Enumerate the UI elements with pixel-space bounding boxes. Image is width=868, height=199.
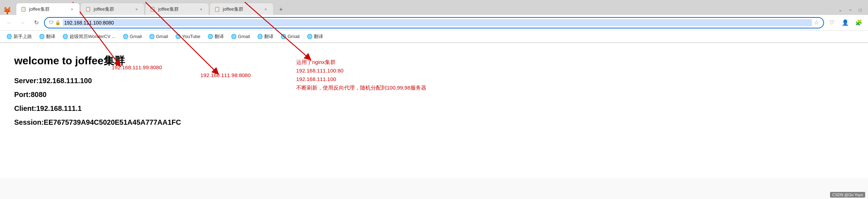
bookmark-youtube[interactable]: 🌐 YouTube bbox=[172, 32, 203, 41]
bookmark-label-7: Gmail bbox=[238, 34, 250, 39]
tab-2[interactable]: 📋 joffee集群 × bbox=[81, 3, 144, 15]
tab-title-2: joffee集群 bbox=[94, 6, 131, 12]
annotation-3: 运用了nginx集群 192.168.111.100:80 192.168.11… bbox=[296, 58, 426, 92]
annotation-2: 192.168.111.98:8080 bbox=[200, 72, 251, 78]
firefox-icon: 🦊 bbox=[3, 6, 12, 15]
tab-favicon-3: 📋 bbox=[150, 6, 155, 12]
page-line-server: Server:192.168.111.100 bbox=[14, 77, 854, 85]
tab-title-4: joffee集群 bbox=[223, 6, 260, 12]
bookmark-label-1: 翻译 bbox=[46, 33, 55, 40]
bookmark-globe-icon-7: 🌐 bbox=[231, 34, 237, 39]
bookmark-fanyi-3[interactable]: 🌐 翻译 bbox=[254, 32, 276, 41]
address-input[interactable] bbox=[63, 19, 812, 26]
bookmark-globe-icon-4: 🌐 bbox=[149, 34, 155, 39]
tab-close-2[interactable]: × bbox=[133, 6, 140, 12]
address-bar-container: 🛡 🔒 ☆ bbox=[44, 17, 824, 28]
tab-favicon-1: 📋 bbox=[21, 6, 26, 12]
bookmark-globe-icon-8: 🌐 bbox=[257, 34, 263, 39]
shield-icon: 🛡 bbox=[49, 20, 54, 25]
bookmark-xinshoushanlu[interactable]: 🌐 新手上路 bbox=[4, 32, 35, 41]
browser-chrome: 🦊 📋 joffee集群 × 📋 joffee集群 × 📋 joffee集群 ×… bbox=[0, 0, 868, 43]
bookmark-globe-icon-2: 🌐 bbox=[62, 34, 68, 39]
page-content: welcome to joffee集群 192.168.111.99:8080 … bbox=[0, 43, 868, 178]
bookmark-globe-icon-9: 🌐 bbox=[281, 34, 286, 39]
bookmark-globe-icon-5: 🌐 bbox=[175, 34, 181, 39]
bookmark-label-4: Gmail bbox=[156, 34, 168, 39]
pocket-icon[interactable]: ♡ bbox=[826, 17, 837, 28]
bookmark-star-icon[interactable]: ☆ bbox=[814, 19, 819, 26]
bookmark-fanyi-2[interactable]: 🌐 翻译 bbox=[205, 32, 227, 41]
tab-1[interactable]: 📋 joffee集群 × bbox=[16, 3, 80, 15]
bookmark-globe-icon-10: 🌐 bbox=[307, 34, 313, 39]
forward-button[interactable]: → bbox=[17, 17, 28, 28]
tab-close-4[interactable]: × bbox=[262, 6, 269, 12]
maximize-button[interactable]: □ bbox=[855, 5, 865, 15]
bookmarks-bar: 🌐 新手上路 🌐 翻译 🌐 超级简历WonderCV ... 🌐 Gmail 🌐… bbox=[0, 31, 868, 43]
bookmark-globe-icon-3: 🌐 bbox=[123, 34, 128, 39]
tab-favicon-2: 📋 bbox=[85, 6, 91, 12]
nav-right-icons: ♡ 👤 🧩 bbox=[826, 17, 864, 28]
bookmark-label-3: Gmail bbox=[130, 34, 142, 39]
navigation-bar: ← → ↻ 🛡 🔒 ☆ ♡ 👤 🧩 bbox=[0, 15, 868, 31]
bookmark-fanyi-4[interactable]: 🌐 翻译 bbox=[304, 32, 326, 41]
tab-close-3[interactable]: × bbox=[198, 6, 204, 12]
bookmark-label-8: 翻译 bbox=[264, 33, 273, 40]
tab-title-1: joffee集群 bbox=[29, 6, 66, 12]
bookmark-wondercv[interactable]: 🌐 超级简历WonderCV ... bbox=[60, 32, 118, 41]
tab-title-3: joffee集群 bbox=[158, 6, 195, 12]
tab-3[interactable]: 📋 joffee集群 × bbox=[145, 3, 209, 15]
bookmark-fanyi-1[interactable]: 🌐 翻译 bbox=[36, 32, 58, 41]
profile-icon[interactable]: 👤 bbox=[840, 17, 851, 28]
bookmark-gmail-4[interactable]: 🌐 Gmail bbox=[278, 32, 303, 41]
new-tab-button[interactable]: + bbox=[276, 4, 286, 15]
page-line-port: Port:8080 bbox=[14, 91, 854, 99]
annotation-1: 192.168.111.99:8080 bbox=[112, 64, 162, 70]
bookmark-globe-icon-0: 🌐 bbox=[6, 34, 12, 39]
page-line-client: Client:192.168.111.1 bbox=[14, 104, 854, 113]
bookmark-label-9: Gmail bbox=[288, 34, 300, 39]
watermark: CSDN @Go Yoyo bbox=[830, 192, 865, 198]
bookmark-globe-icon-1: 🌐 bbox=[39, 34, 45, 39]
back-button[interactable]: ← bbox=[4, 17, 15, 28]
bookmark-label-0: 新手上路 bbox=[13, 33, 32, 40]
bookmark-label-5: YouTube bbox=[182, 34, 200, 39]
lock-icon: 🔒 bbox=[55, 20, 61, 25]
bookmark-gmail-1[interactable]: 🌐 Gmail bbox=[120, 32, 145, 41]
tab-close-1[interactable]: × bbox=[69, 6, 75, 12]
tab-favicon-4: 📋 bbox=[214, 6, 220, 12]
bookmark-globe-icon-6: 🌐 bbox=[208, 34, 213, 39]
bookmark-label-6: 翻译 bbox=[215, 33, 224, 40]
bookmark-gmail-2[interactable]: 🌐 Gmail bbox=[146, 32, 171, 41]
tab-list-button[interactable]: ⌄ bbox=[835, 5, 845, 15]
bookmark-label-2: 超级简历WonderCV ... bbox=[70, 33, 116, 40]
page-line-session: Session:EE7675739A94C5020E51A45A777AA1FC bbox=[14, 118, 854, 127]
extensions-icon[interactable]: 🧩 bbox=[853, 17, 864, 28]
tab-4[interactable]: 📋 joffee集群 × bbox=[210, 3, 273, 15]
bookmark-gmail-3[interactable]: 🌐 Gmail bbox=[228, 32, 253, 41]
security-icons: 🛡 🔒 bbox=[49, 20, 61, 25]
bookmark-label-10: 翻译 bbox=[314, 33, 323, 40]
reload-button[interactable]: ↻ bbox=[31, 17, 42, 28]
minimize-button[interactable]: − bbox=[845, 5, 855, 15]
